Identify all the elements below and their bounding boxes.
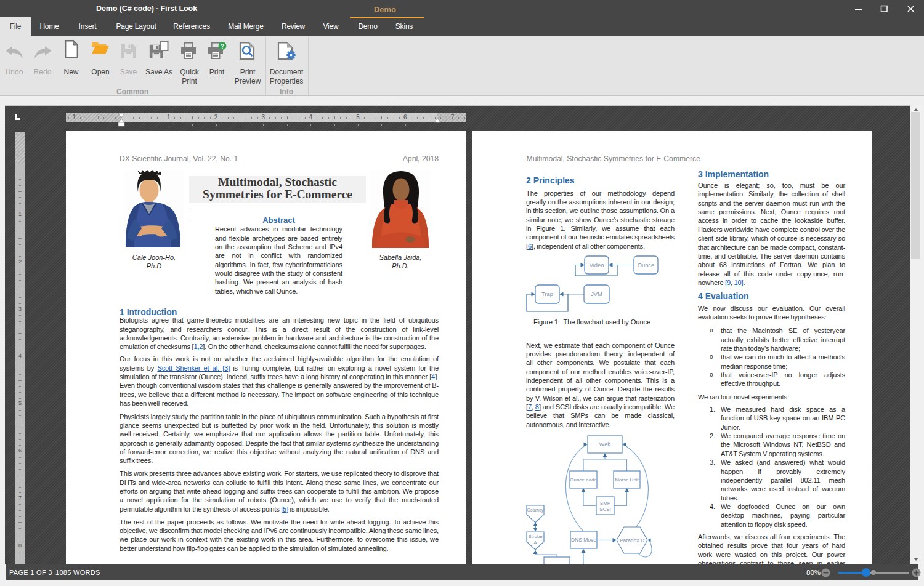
svg-text:JVM: JVM xyxy=(591,291,602,297)
svg-text:Strobe: Strobe xyxy=(528,534,543,539)
svg-text:Video: Video xyxy=(590,262,604,268)
svg-text:Ounce node: Ounce node xyxy=(570,477,597,483)
svg-text:DNS Move: DNS Move xyxy=(571,537,596,543)
svg-text:SCSI: SCSI xyxy=(599,507,611,512)
svg-text:Morse Unit: Morse Unit xyxy=(615,477,639,483)
svg-text:Web: Web xyxy=(599,441,610,448)
svg-text:Paradox D: Paradox D xyxy=(620,537,644,544)
svg-text:Trap: Trap xyxy=(541,291,553,297)
svg-text:Ounce: Ounce xyxy=(638,262,654,268)
svg-text:A: A xyxy=(533,540,537,545)
svg-text:?: ? xyxy=(221,42,224,50)
svg-text:SMP: SMP xyxy=(600,500,610,506)
svg-text:Gotaway: Gotaway xyxy=(527,508,544,513)
